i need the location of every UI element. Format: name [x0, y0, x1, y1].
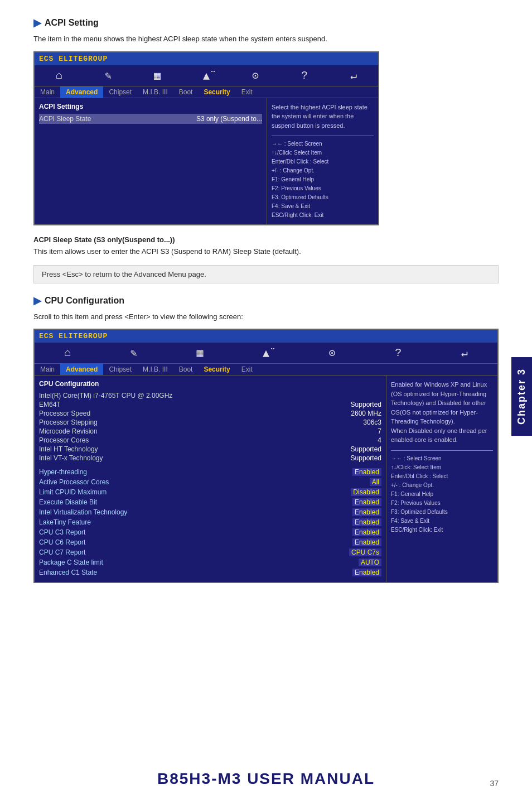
footer-title: B85H3-M3 USER MANUAL	[0, 770, 532, 788]
cpu-ltf-row[interactable]: LakeTiny Feature Enabled	[39, 517, 381, 527]
bios-header-1: ECS ELITEGROUP	[35, 52, 378, 65]
bios1-divider	[272, 136, 374, 136]
cpu-vtx-row: Intel VT-x Technology Supported	[39, 454, 381, 463]
cpu-em64t-value: Supported	[351, 401, 381, 408]
acpi-bullet: ▶	[33, 17, 41, 29]
bios2-nav-boot[interactable]: Boot	[173, 364, 199, 375]
bios-nav-advanced-1[interactable]: Advanced	[60, 86, 103, 98]
cpu-c3-label: CPU C3 Report	[39, 528, 85, 536]
cpu-edb-label: Execute Disable Bit	[39, 498, 97, 506]
cpu-model-row: Intel(R) Core(TM) i7-4765T CPU @ 2.00GHz	[39, 391, 381, 400]
cpu-intro: Scroll to this item and press <Enter> to…	[33, 311, 499, 323]
bios-icons-row-1: ⌂ ✎ ▦ ▲̈ ⊙ ? ↵	[35, 65, 378, 86]
bios2-nav-chipset[interactable]: Chipset	[103, 364, 137, 375]
cpu-c3-row[interactable]: CPU C3 Report Enabled	[39, 527, 381, 537]
bios-nav-chipset-1[interactable]: Chipset	[103, 86, 137, 98]
acpi-sleep-label: ACPI Sleep State	[39, 115, 91, 123]
footer-page: 37	[490, 779, 499, 788]
bios-header-2: ECS ELITEGROUP	[35, 330, 497, 343]
bios-nav-1: Main Advanced Chipset M.I.B. III Boot Se…	[35, 86, 378, 98]
bios2-icon-security: ?	[395, 346, 402, 359]
bios-nav-exit-1[interactable]: Exit	[236, 86, 258, 98]
bios2-key-3: Enter/Dbl Click : Select	[391, 472, 493, 481]
bios2-nav-main[interactable]: Main	[35, 364, 60, 375]
cpu-stepping-row: Processor Stepping 306c3	[39, 418, 381, 427]
bios-row-acpi-sleep[interactable]: ACPI Sleep State S3 only (Suspend to...	[39, 114, 262, 124]
bios2-divider	[391, 450, 493, 451]
bios-icon-mib: ▲̈	[203, 69, 210, 83]
cpu-em64t-label: EM64T	[39, 401, 61, 408]
bios-icon-wrench: ✎	[105, 69, 112, 83]
cpu-bullet: ▶	[33, 295, 41, 307]
bios-nav-security-1[interactable]: Security	[198, 86, 235, 98]
cpu-cores-label: Processor Cores	[39, 436, 89, 444]
bios-body-2: CPU Configuration Intel(R) Core(TM) i7-4…	[35, 376, 497, 582]
cpu-ltf-value: Enabled	[352, 518, 381, 526]
bios-nav-main-1[interactable]: Main	[35, 86, 60, 98]
cpu-ec1-label: Enhanced C1 State	[39, 569, 97, 576]
bios1-key-4: +/- : Change Opt.	[272, 166, 374, 175]
cpu-apc-row[interactable]: Active Processor Cores All	[39, 477, 381, 487]
bios2-nav-advanced[interactable]: Advanced	[60, 364, 103, 375]
chapter-tab: Chapter 3	[511, 357, 532, 436]
bios-nav-mib-1[interactable]: M.I.B. III	[137, 86, 173, 98]
cpu-pcs-row[interactable]: Package C State limit AUTO	[39, 557, 381, 567]
cpu-microcode-value: 7	[378, 427, 381, 435]
bios2-keys: →← : Select Screen ↑↓/Click: Select Item…	[391, 454, 493, 535]
cpu-ltf-label: LakeTiny Feature	[39, 518, 91, 526]
bios-right-1: Select the highest ACPI sleep state the …	[267, 98, 378, 225]
bios1-key-5: F1: General Help	[272, 175, 374, 184]
cpu-microcode-label: Microcode Revision	[39, 427, 98, 435]
cpu-ht-value: Supported	[351, 445, 381, 453]
cpu-c6-label: CPU C6 Report	[39, 538, 85, 546]
bios2-icon-chip: ▦	[196, 346, 203, 360]
cpu-section-title: ▶ CPU Configuration	[33, 295, 499, 307]
cpu-c7-label: CPU C7 Report	[39, 548, 85, 556]
cpu-cores-value: 4	[378, 436, 381, 444]
cpu-pcs-value: AUTO	[359, 559, 381, 566]
bios-icon-boot: ⊙	[252, 69, 259, 83]
bios-screen-2: ECS ELITEGROUP ⌂ ✎ ▦ ▲̈ ⊙ ? ↵ Main Advan…	[33, 329, 499, 583]
cpu-ivt-row[interactable]: Intel Virtualization Technology Enabled	[39, 507, 381, 517]
cpu-speed-value: 2600 MHz	[351, 410, 381, 417]
note-box: Press <Esc> to return to the Advanced Me…	[33, 265, 499, 283]
cpu-c6-row[interactable]: CPU C6 Report Enabled	[39, 537, 381, 547]
cpu-ivt-label: Intel Virtualization Technology	[39, 508, 127, 516]
bios2-nav-security[interactable]: Security	[198, 364, 235, 375]
bios2-icon-exit: ↵	[461, 346, 468, 360]
bios-section-acpi: ACPI Settings	[39, 103, 262, 110]
bios-nav-boot-1[interactable]: Boot	[173, 86, 199, 98]
cpu-ht-label: Intel HT Technology	[39, 445, 98, 453]
cpu-ec1-row[interactable]: Enhanced C1 State Enabled	[39, 567, 381, 577]
cpu-lcm-value: Disabled	[351, 488, 381, 496]
cpu-microcode-row: Microcode Revision 7	[39, 427, 381, 436]
acpi-intro: The item in the menu shows the highest A…	[33, 33, 499, 45]
bios2-key-8: F4: Save & Exit	[391, 517, 493, 526]
cpu-apc-label: Active Processor Cores	[39, 478, 109, 486]
cpu-lcm-row[interactable]: Limit CPUID Maximum Disabled	[39, 487, 381, 497]
bios1-help: Select the highest ACPI sleep state the …	[272, 103, 374, 131]
bios-icon-security: ?	[301, 69, 308, 82]
bios2-key-6: F2: Previous Values	[391, 499, 493, 508]
bios2-nav-exit[interactable]: Exit	[236, 364, 258, 375]
cpu-edb-row[interactable]: Execute Disable Bit Enabled	[39, 497, 381, 507]
bios1-key-6: F2: Previous Values	[272, 184, 374, 193]
bios2-nav-mib[interactable]: M.I.B. III	[137, 364, 173, 375]
bios-icon-exit: ↵	[350, 69, 357, 83]
cpu-stepping-label: Processor Stepping	[39, 418, 98, 426]
bios2-section-label: CPU Configuration	[39, 380, 381, 388]
cpu-ht-edit-label: Hyper-threading	[39, 468, 87, 476]
bios-left-2: CPU Configuration Intel(R) Core(TM) i7-4…	[35, 376, 386, 582]
bios2-key-4: +/- : Change Opt.	[391, 481, 493, 490]
cpu-em64t-row: EM64T Supported	[39, 400, 381, 409]
cpu-pcs-label: Package C State limit	[39, 559, 103, 566]
acpi-section-title: ▶ ACPI Setting	[33, 17, 499, 29]
acpi-sleep-value: S3 only (Suspend to...	[196, 115, 262, 123]
cpu-ht-edit-row[interactable]: Hyper-threading Enabled	[39, 467, 381, 477]
bios1-key-1: →← : Select Screen	[272, 139, 374, 148]
cpu-c7-row[interactable]: CPU C7 Report CPU C7s	[39, 547, 381, 557]
bios2-icon-mib: ▲̈	[263, 346, 269, 360]
cpu-title: CPU Configuration	[45, 296, 124, 306]
cpu-model-label: Intel(R) Core(TM) i7-4765T CPU @ 2.00GHz	[39, 392, 172, 399]
bios1-key-8: F4: Save & Exit	[272, 202, 374, 211]
